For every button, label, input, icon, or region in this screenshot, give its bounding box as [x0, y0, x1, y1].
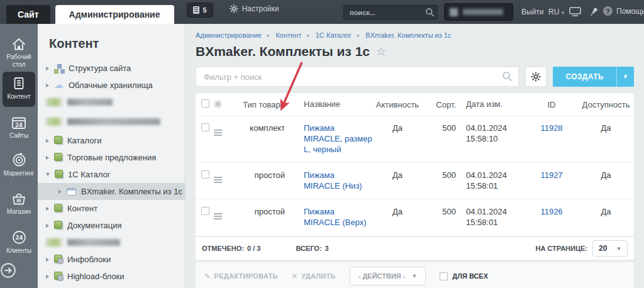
row-menu-icon[interactable] — [214, 213, 222, 214]
chevron-right-icon: ▸ — [307, 32, 310, 38]
rail-item-marketing[interactable]: Маркетинг — [0, 148, 38, 177]
pin-icon[interactable] — [589, 7, 599, 18]
menu-item-highload-blocks[interactable]: Highload-блоки — [38, 268, 185, 285]
search-icon — [425, 8, 435, 17]
menu-item-site-structure[interactable]: Структура сайта — [38, 60, 185, 77]
grid-settings-button[interactable] — [525, 67, 547, 87]
logout-link[interactable]: Выйти — [521, 8, 544, 16]
item-name-link[interactable]: Пижама MIRACLE (Низ) — [304, 170, 362, 191]
filter-search-input[interactable] — [196, 67, 519, 87]
total-count-value: 3 — [325, 245, 329, 252]
chevron-down-icon: ▼ — [616, 246, 621, 252]
menu-item-1c-catalog[interactable]: 1С Каталог — [38, 166, 185, 183]
expand-arrow-icon[interactable] — [46, 207, 49, 211]
column-header-type[interactable]: Тип товара — [230, 100, 290, 109]
catalog-icon — [55, 170, 63, 178]
menu-item-workflow[interactable]: Документооборот — [38, 285, 185, 288]
notifications-count: 5 — [203, 6, 207, 14]
user-menu[interactable] — [444, 3, 513, 21]
item-name-link[interactable]: Пижама MIRACLE (Верх) — [304, 207, 367, 227]
column-header-id[interactable]: ID — [525, 100, 578, 109]
row-checkbox[interactable] — [201, 123, 209, 131]
delete-button[interactable]: ✕ УДАЛИТЬ — [292, 272, 336, 280]
menu-item-infoblocks[interactable]: Инфоблоки — [38, 251, 185, 268]
row-checkbox[interactable] — [201, 207, 209, 215]
cell-available: Да — [578, 163, 634, 187]
item-name-link[interactable]: Пижама MIRACLE, размер L, черный — [304, 123, 372, 154]
expand-rail-icon[interactable] — [0, 262, 16, 279]
per-page-select[interactable]: 20 ▼ — [592, 240, 628, 257]
menu-item-documentation[interactable]: Документация — [38, 217, 185, 234]
favorite-star-icon[interactable]: ☆ — [376, 45, 386, 58]
expand-arrow-icon[interactable] — [46, 224, 49, 228]
column-header-name[interactable]: Название — [290, 99, 373, 110]
for-all-toggle[interactable]: ДЛЯ ВСЕХ — [440, 272, 488, 280]
user-name-redacted — [463, 9, 503, 15]
sites-24-icon: 24 — [11, 117, 26, 130]
column-header-available[interactable]: Доступность — [578, 100, 634, 109]
rail-item-content[interactable]: Контент — [3, 72, 35, 107]
row-menu-icon[interactable] — [214, 177, 222, 178]
menu-item-content[interactable]: Контент — [38, 200, 185, 217]
catalog-icon — [54, 136, 62, 144]
rail-item-desktop[interactable]: Рабочий стол — [0, 33, 38, 68]
redacted-label — [67, 118, 160, 125]
menu-item-trade-offers[interactable]: Торговые предложения — [38, 149, 185, 166]
redacted-icon — [46, 98, 62, 106]
rail-item-sites[interactable]: 24 Сайты — [0, 112, 38, 140]
breadcrumb-content[interactable]: Контент — [275, 31, 301, 39]
menu-item-catalogs[interactable]: Каталоги — [38, 132, 185, 149]
catalog-icon — [54, 221, 62, 229]
settings-button[interactable]: Настройки — [230, 4, 279, 13]
page-title: BXmaker. Комплекты из 1с — [196, 44, 370, 59]
breadcrumb-administration[interactable]: Администрирование — [196, 31, 262, 39]
breadcrumb-1c-catalog[interactable]: 1С Каталог — [316, 31, 352, 39]
edit-button[interactable]: ✎ РЕДАКТИРОВАТЬ — [204, 272, 278, 280]
item-id-link[interactable]: 11927 — [540, 170, 562, 180]
menu-item-cloud-storage[interactable]: ☁ Облачные хранилища — [38, 77, 185, 94]
menu-item-redacted[interactable] — [38, 234, 185, 251]
tab-administration[interactable]: Администрирование — [55, 5, 174, 24]
redacted-icon — [46, 118, 62, 126]
notifications-button[interactable]: 5 — [187, 3, 213, 18]
expand-arrow-icon[interactable] — [46, 84, 49, 87]
create-button[interactable]: СОЗДАТЬ ▼ — [553, 67, 634, 87]
actions-dropdown[interactable]: - ДЕЙСТВИЯ - ▼ — [350, 267, 426, 285]
expand-arrow-icon[interactable] — [46, 67, 49, 70]
column-header-sort[interactable]: Сорт. — [422, 100, 457, 109]
global-search-input[interactable] — [343, 5, 438, 19]
expand-arrow-icon[interactable] — [46, 275, 49, 279]
expand-arrow-icon[interactable] — [46, 139, 49, 143]
row-menu-icon[interactable] — [214, 130, 222, 131]
expand-arrow-icon[interactable] — [46, 156, 49, 160]
tab-site[interactable]: Сайт — [6, 5, 50, 24]
row-checkbox[interactable] — [201, 170, 209, 179]
catalog-icon — [54, 204, 62, 212]
infoblock-icon — [54, 255, 62, 263]
hotkeys-icon[interactable] — [569, 7, 581, 16]
select-all-checkbox[interactable] — [201, 99, 209, 108]
menu-item-bxmaker-kits[interactable]: BXmaker. Комплекты из 1с — [38, 183, 185, 200]
for-all-checkbox[interactable] — [440, 272, 448, 280]
column-header-active[interactable]: Активность — [373, 100, 422, 109]
item-id-link[interactable]: 11928 — [540, 123, 562, 133]
rail-item-clients[interactable]: 24 Клиенты — [0, 225, 38, 255]
breadcrumb-current[interactable]: BXmaker. Комплекты из 1с — [365, 31, 451, 39]
menu-item-redacted[interactable] — [38, 94, 185, 111]
close-icon: ✕ — [292, 272, 298, 280]
menu-item-redacted[interactable] — [38, 111, 185, 132]
collapse-arrow-icon[interactable] — [46, 173, 50, 176]
cell-available: Да — [578, 199, 634, 224]
create-dropdown-button[interactable]: ▼ — [616, 67, 634, 87]
item-id-link[interactable]: 11926 — [540, 207, 562, 216]
language-selector[interactable]: RU ▾ — [548, 8, 564, 16]
help-button[interactable]: ? Помощь — [603, 6, 644, 16]
table-row: простой Пижама MIRACLE (Низ) Да 500 04.0… — [196, 163, 634, 200]
grid-footer: ОТМЕЧЕНО: 0 / 3 ВСЕГО: 3 НА СТРАНИЦЕ: 20… — [196, 236, 634, 260]
gear-icon[interactable] — [214, 100, 222, 108]
column-header-modified[interactable]: Дата изм. — [457, 99, 525, 110]
rail-item-store[interactable]: Магазин — [0, 187, 38, 216]
chevron-down-icon: ▼ — [411, 273, 417, 279]
expand-arrow-icon[interactable] — [46, 258, 49, 262]
expand-arrow-icon[interactable] — [58, 190, 62, 194]
